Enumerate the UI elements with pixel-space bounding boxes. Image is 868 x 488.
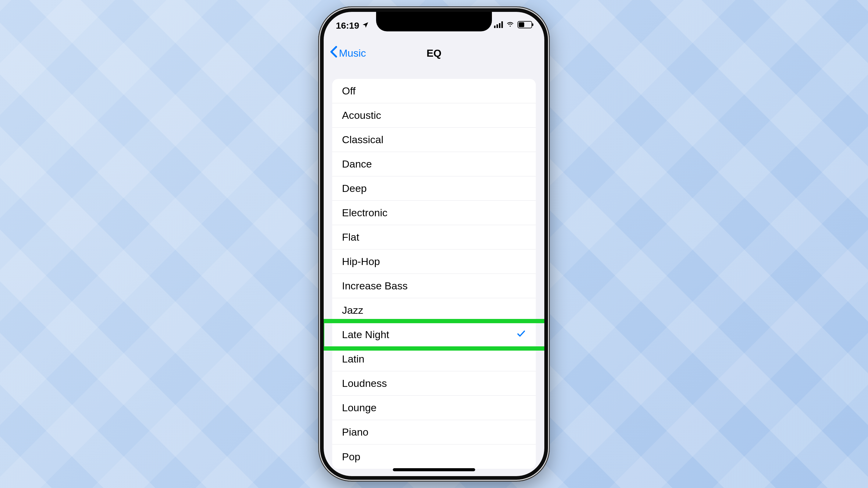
eq-option-label: Flat xyxy=(342,231,359,243)
eq-option-label: Latin xyxy=(342,353,365,365)
eq-option-row[interactable]: Hip-Hop xyxy=(332,250,536,274)
eq-option-row[interactable]: Jazz xyxy=(332,298,536,323)
eq-option-row[interactable]: Increase Bass xyxy=(332,274,536,298)
eq-option-label: Increase Bass xyxy=(342,280,407,292)
eq-option-label: Dance xyxy=(342,158,372,170)
eq-option-label: Piano xyxy=(342,426,369,438)
eq-option-label: Off xyxy=(342,85,356,97)
wifi-icon xyxy=(506,21,515,29)
eq-option-label: Acoustic xyxy=(342,109,381,121)
chevron-left-icon xyxy=(330,46,338,60)
phone-device-frame: 16:19 Music EQ Off xyxy=(318,6,550,482)
location-icon xyxy=(362,21,369,31)
eq-option-label: Deep xyxy=(342,183,367,194)
eq-option-row[interactable]: Latin xyxy=(332,347,536,371)
eq-option-row[interactable]: Loudness xyxy=(332,371,536,396)
battery-icon xyxy=(518,21,532,28)
eq-option-label: Pop xyxy=(342,451,361,463)
status-time: 16:19 xyxy=(336,21,359,31)
eq-option-row[interactable]: Lounge xyxy=(332,396,536,420)
back-button[interactable]: Music xyxy=(330,39,366,67)
page-title: EQ xyxy=(426,47,441,59)
eq-option-row[interactable]: Acoustic xyxy=(332,103,536,128)
eq-option-row[interactable]: Deep xyxy=(332,176,536,201)
checkmark-icon xyxy=(516,329,526,341)
eq-option-row[interactable]: Pop xyxy=(332,445,536,469)
phone-screen: 16:19 Music EQ Off xyxy=(324,12,544,476)
eq-option-row[interactable]: Classical xyxy=(332,128,536,152)
eq-options-list: OffAcousticClassicalDanceDeepElectronicF… xyxy=(332,79,536,469)
cellular-icon xyxy=(494,21,503,28)
scroll-content[interactable]: OffAcousticClassicalDanceDeepElectronicF… xyxy=(324,67,544,476)
eq-option-row[interactable]: Piano xyxy=(332,420,536,445)
home-indicator[interactable] xyxy=(393,468,475,471)
eq-option-label: Jazz xyxy=(342,304,363,316)
eq-option-row[interactable]: Off xyxy=(332,79,536,103)
eq-option-label: Electronic xyxy=(342,207,388,219)
eq-option-label: Hip-Hop xyxy=(342,256,380,267)
eq-option-label: Late Night xyxy=(342,329,389,340)
navigation-bar: Music EQ xyxy=(324,39,544,67)
eq-option-row[interactable]: Flat xyxy=(332,225,536,250)
eq-option-label: Loudness xyxy=(342,378,387,389)
back-label: Music xyxy=(339,47,366,59)
eq-option-label: Lounge xyxy=(342,402,376,414)
device-notch xyxy=(376,12,492,31)
eq-option-row[interactable]: Electronic xyxy=(332,201,536,225)
eq-option-row[interactable]: Dance xyxy=(332,152,536,176)
eq-option-row[interactable]: Late Night xyxy=(332,323,536,347)
eq-option-label: Classical xyxy=(342,134,383,145)
